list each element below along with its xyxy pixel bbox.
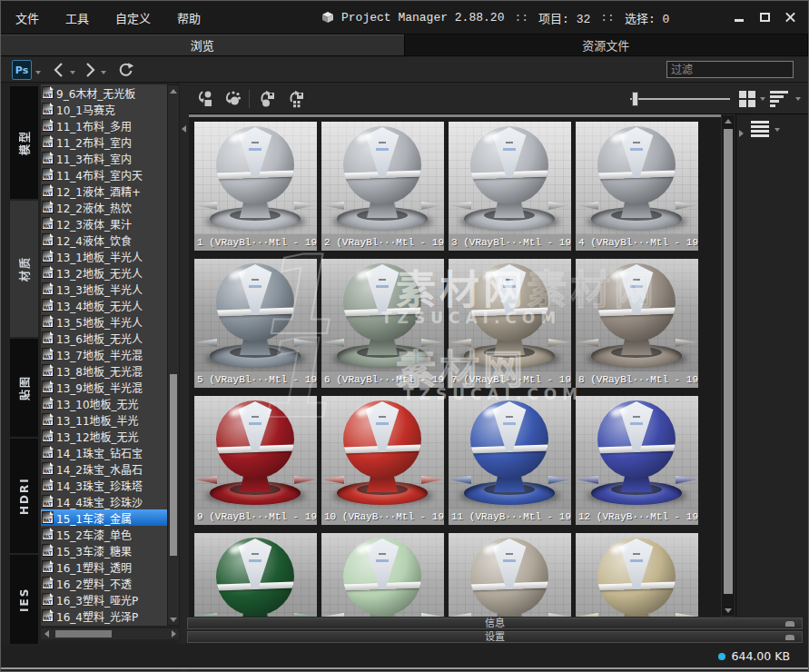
material-thumbnail[interactable]: 14 (VRayB···Mtl - 19)	[321, 533, 444, 617]
material-thumbnail[interactable]: 7 (VRayBl···Mtl - 19)	[449, 259, 571, 388]
tree-item[interactable]: MAT 13_1地板_半光人	[41, 248, 167, 264]
tree-item[interactable]: MAT 13_9地板_半光混	[41, 379, 167, 395]
material-thumbnail[interactable]: 4 (VRayBl···Mtl - 19)	[576, 122, 698, 251]
grid-vertical-scrollbar[interactable]	[721, 114, 735, 617]
material-thumbnail[interactable]: 6 (VRayBl···Mtl - 19)	[321, 259, 444, 388]
expand-right-panel-icon[interactable]	[739, 124, 744, 141]
material-thumbnail[interactable]: 12 (VRayB···Mtl - 19)	[576, 396, 698, 525]
category-tab-models[interactable]: 模型	[10, 86, 38, 199]
material-thumbnail[interactable]: 5 (VRayBl···Mtl - 19)	[194, 259, 317, 388]
material-thumbnail[interactable]: 15 (VRayB···Mtl - 19)	[449, 533, 571, 617]
category-tab-materials[interactable]: 材质	[10, 201, 38, 337]
tree-item[interactable]: MAT 16_4塑料_光泽P	[41, 608, 167, 624]
tree-item[interactable]: MAT 13_6地板_无光人	[41, 330, 167, 346]
tree-item[interactable]: MAT 10_1马赛克	[41, 101, 167, 117]
menu-tools[interactable]: 工具	[65, 9, 89, 26]
tree-horizontal-scrollbar[interactable]	[41, 628, 179, 639]
tree-item[interactable]: MAT 13_5地板_半光人	[41, 313, 167, 330]
material-thumbnail[interactable]: 10 (VRayB···Mtl - 19)	[321, 396, 444, 525]
minimize-button[interactable]	[734, 12, 746, 23]
maximize-button[interactable]	[759, 12, 772, 23]
tree-item[interactable]: MAT 13_10地板_无光	[41, 395, 167, 411]
refresh-button[interactable]	[117, 61, 135, 79]
tree-item[interactable]: MAT 16_1塑料_透明	[41, 558, 167, 575]
sort-caret-icon[interactable]	[795, 97, 801, 101]
back-button[interactable]	[50, 61, 68, 79]
tree-item[interactable]: MAT 14_4珠宝_珍珠沙	[41, 493, 167, 509]
tree-item[interactable]: MAT 14_2珠宝_水晶石	[41, 460, 167, 477]
tree-item[interactable]: MAT 15_3车漆_糖果	[41, 542, 167, 558]
sort-icon[interactable]	[770, 90, 790, 108]
scroll-left-icon[interactable]	[41, 628, 52, 639]
tree-vertical-scrollbar[interactable]	[167, 84, 180, 626]
photoshop-dropdown-caret-icon[interactable]	[35, 71, 41, 74]
category-tab-maps[interactable]: 贴图	[10, 339, 38, 437]
scroll-up-icon[interactable]	[168, 85, 179, 96]
category-tab-ies[interactable]: IES	[10, 555, 38, 644]
left-panel-splitter[interactable]	[180, 83, 189, 671]
category-tab-hdri[interactable]: HDRI	[10, 439, 38, 553]
back-dropdown-caret-icon[interactable]	[70, 71, 75, 74]
save-preview-icon[interactable]	[256, 88, 278, 110]
panel-menu-caret-icon[interactable]	[774, 128, 780, 132]
settings-panel-header[interactable]: 设置	[187, 631, 803, 643]
material-thumbnail[interactable]: 1 (VRayBl···Mtl - 19)	[194, 122, 317, 251]
slider-handle[interactable]	[632, 92, 638, 106]
tree-item[interactable]: MAT 11_3布料_室内	[41, 150, 167, 166]
scroll-down-icon[interactable]	[168, 614, 179, 625]
close-button[interactable]	[784, 12, 797, 23]
tree-item[interactable]: MAT 16_3塑料_哑光P	[41, 591, 167, 608]
tree-item[interactable]: MAT 15_2车漆_单色	[41, 526, 167, 542]
info-panel-header[interactable]: 信息	[187, 618, 803, 629]
tree-item[interactable]: MAT 13_8地板_无光混	[41, 362, 167, 379]
tree-scrollbar-thumb[interactable]	[170, 374, 177, 556]
tree-item[interactable]: MAT 13_3地板_半光人	[41, 281, 167, 297]
tree-item[interactable]: MAT 11_2布料_室内	[41, 133, 167, 150]
tree-item[interactable]: MAT 9_6木材_无光板	[41, 84, 167, 101]
tree-item[interactable]: MAT 16_2塑料_不透	[41, 575, 167, 591]
collapse-panel-icon[interactable]	[785, 635, 794, 640]
slider-track[interactable]	[630, 98, 730, 100]
tree-item[interactable]: MAT 13_4地板_无光人	[41, 297, 167, 313]
collapse-panel-icon[interactable]	[785, 621, 794, 627]
tree-item[interactable]: MAT 14_3珠宝_珍珠塔	[41, 477, 167, 493]
tree-item[interactable]: MAT 13_2地板_无光人	[41, 264, 167, 281]
tab-resource-files[interactable]: 资源文件	[405, 35, 809, 55]
forward-dropdown-caret-icon[interactable]	[101, 71, 106, 74]
save-all-previews-icon[interactable]	[285, 88, 307, 110]
collapse-left-panel-icon[interactable]	[182, 119, 186, 136]
thumbnail-size-slider[interactable]	[630, 91, 730, 107]
tree-item[interactable]: MAT 11_4布料_室内天	[41, 166, 167, 183]
material-thumbnail[interactable]: 16 (VRayB···Mtl - 19)	[576, 533, 698, 617]
material-thumbnail[interactable]: 9 (VRayBl···Mtl - 19)	[194, 396, 317, 525]
tree-item[interactable]: MAT 11_1布料_多用	[41, 117, 167, 133]
material-thumbnail[interactable]: 8 (VRayBl···Mtl - 19)	[576, 259, 698, 388]
menu-file[interactable]: 文件	[15, 9, 39, 26]
tree-item[interactable]: MAT 15_1车漆_金属	[41, 509, 167, 526]
tree-item[interactable]: MAT 12_1液体_酒精+	[41, 183, 167, 199]
tree-hscrollbar-thumb[interactable]	[55, 630, 112, 637]
scroll-up-icon[interactable]	[723, 115, 734, 126]
tree-item[interactable]: MAT 12_3液体_果汁	[41, 215, 167, 232]
tree-item[interactable]: MAT 12_2液体_热饮	[41, 199, 167, 215]
apply-material-icon[interactable]	[194, 88, 216, 110]
material-thumbnail[interactable]: 2 (VRayBl···Mtl - 19)	[321, 122, 444, 251]
scroll-down-icon[interactable]	[723, 605, 734, 616]
apply-material-multi-icon[interactable]	[222, 88, 243, 110]
grid-view-icon[interactable]	[738, 90, 757, 108]
scroll-right-icon[interactable]	[168, 628, 179, 639]
menu-customize[interactable]: 自定义	[115, 9, 151, 26]
tree-item[interactable]: MAT 14_1珠宝_钻石宝	[41, 444, 167, 460]
panel-menu-icon[interactable]	[751, 121, 773, 137]
tree-item[interactable]: MAT 12_4液体_饮食	[41, 232, 167, 248]
grid-view-caret-icon[interactable]	[760, 97, 765, 101]
tree-item[interactable]: MAT 13_12地板_无光	[41, 428, 167, 444]
forward-button[interactable]	[81, 61, 99, 79]
tree-item[interactable]: MAT 13_7地板_半光混	[41, 346, 167, 362]
material-thumbnail[interactable]: 3 (VRayBl···Mtl - 19)	[449, 122, 571, 251]
tab-browse[interactable]: 浏览	[1, 35, 405, 55]
filter-input[interactable]	[666, 61, 794, 78]
menu-help[interactable]: 帮助	[177, 9, 201, 26]
grid-scrollbar-thumb[interactable]	[724, 129, 733, 594]
photoshop-button[interactable]: Ps	[12, 60, 32, 80]
